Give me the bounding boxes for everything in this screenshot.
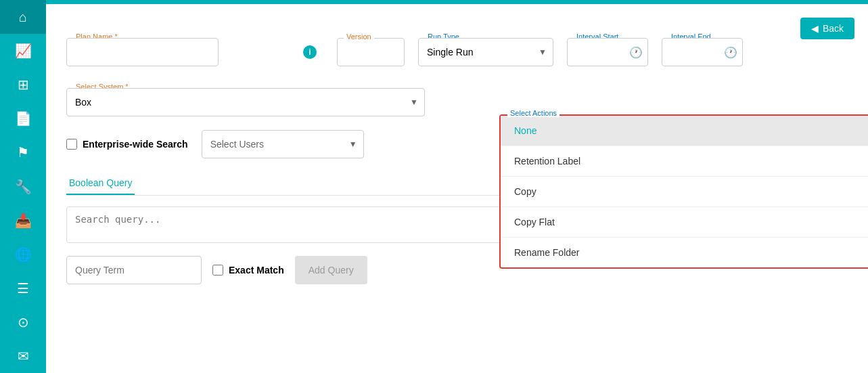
interval-end-wrap: 23:59 🕐 bbox=[662, 38, 743, 66]
exact-match-text: Exact Match bbox=[229, 265, 284, 276]
sidebar: ⌂ 📈 ⊞ 📄 ⚑ 🔧 📥 🌐 ☰ ⊙ ✉ bbox=[0, 0, 46, 373]
action-option-none[interactable]: None bbox=[501, 116, 868, 146]
tools-icon[interactable]: 🔧 bbox=[0, 169, 46, 203]
globe-icon[interactable]: 🌐 bbox=[0, 238, 46, 271]
select-actions-label: Select Actions bbox=[507, 109, 559, 117]
version-input[interactable]: 1 bbox=[337, 38, 405, 66]
content-area: ◀ Back Plan Name * abc123 i Version 1 Ru… bbox=[46, 4, 868, 373]
plan-name-group: Plan Name * abc123 i bbox=[66, 38, 323, 66]
tab-boolean-query[interactable]: Boolean Query bbox=[66, 172, 135, 195]
flag-icon[interactable]: ⚑ bbox=[0, 135, 46, 169]
select-actions-dropdown: Select Actions None Retention Label Copy… bbox=[499, 114, 868, 269]
form-row-2: Select System * Box SharePoint Google Dr… bbox=[66, 80, 848, 116]
version-label: Version bbox=[344, 32, 374, 41]
info-icon[interactable]: i bbox=[303, 45, 317, 59]
interval-start-group: Interval Start 00:00 🕐 bbox=[567, 38, 648, 66]
inbox-icon[interactable]: 📥 bbox=[0, 204, 46, 238]
interval-end-input[interactable]: 23:59 bbox=[662, 38, 743, 66]
select-users-wrap: Select Users ▼ bbox=[202, 130, 364, 158]
form-row-1: Plan Name * abc123 i Version 1 Run Type … bbox=[66, 38, 848, 66]
action-option-rename-folder[interactable]: Rename Folder bbox=[501, 238, 868, 267]
back-button-label: Back bbox=[823, 23, 844, 34]
enterprise-search-label[interactable]: Enterprise-wide Search bbox=[66, 139, 188, 150]
plan-name-wrap: abc123 i bbox=[66, 38, 323, 66]
main-content: ◀ Back Plan Name * abc123 i Version 1 Ru… bbox=[46, 0, 868, 373]
document-icon[interactable]: 📄 bbox=[0, 102, 46, 135]
home-icon[interactable]: ⌂ bbox=[0, 0, 46, 34]
action-option-copy-flat[interactable]: Copy Flat bbox=[501, 207, 868, 237]
run-type-select-wrapper: Single Run Recurring ▼ bbox=[418, 38, 553, 66]
exact-match-label[interactable]: Exact Match bbox=[212, 265, 284, 276]
action-option-copy[interactable]: Copy bbox=[501, 177, 868, 206]
chart-icon[interactable]: 📈 bbox=[0, 34, 46, 68]
select-system-wrapper: Box SharePoint Google Drive ▼ bbox=[66, 88, 425, 116]
list-icon[interactable]: ☰ bbox=[0, 271, 46, 305]
select-system-group: Select System * Box SharePoint Google Dr… bbox=[66, 88, 425, 116]
interval-start-input[interactable]: 00:00 bbox=[567, 38, 648, 66]
select-system-select[interactable]: Box SharePoint Google Drive bbox=[66, 88, 425, 116]
add-query-button[interactable]: Add Query bbox=[295, 256, 367, 284]
select-users-select[interactable]: Select Users bbox=[202, 130, 364, 158]
grid-icon[interactable]: ⊞ bbox=[0, 68, 46, 102]
back-arrow-icon: ◀ bbox=[811, 23, 819, 34]
plan-name-input[interactable]: abc123 bbox=[66, 38, 219, 66]
exact-match-checkbox[interactable] bbox=[212, 265, 223, 276]
back-button[interactable]: ◀ Back bbox=[800, 18, 854, 39]
action-option-retention-label[interactable]: Retention Label bbox=[501, 146, 868, 176]
mail-icon[interactable]: ✉ bbox=[0, 339, 46, 373]
run-type-select[interactable]: Single Run Recurring bbox=[418, 38, 553, 66]
enterprise-search-checkbox[interactable] bbox=[66, 139, 77, 150]
version-group: Version 1 bbox=[337, 38, 405, 66]
media-icon[interactable]: ⊙ bbox=[0, 305, 46, 339]
interval-end-group: Interval End 23:59 🕐 bbox=[662, 38, 743, 66]
interval-start-wrap: 00:00 🕐 bbox=[567, 38, 648, 66]
run-type-group: Run Type Single Run Recurring ▼ bbox=[418, 38, 553, 66]
enterprise-search-text: Enterprise-wide Search bbox=[83, 139, 188, 150]
query-term-input[interactable] bbox=[66, 256, 202, 284]
